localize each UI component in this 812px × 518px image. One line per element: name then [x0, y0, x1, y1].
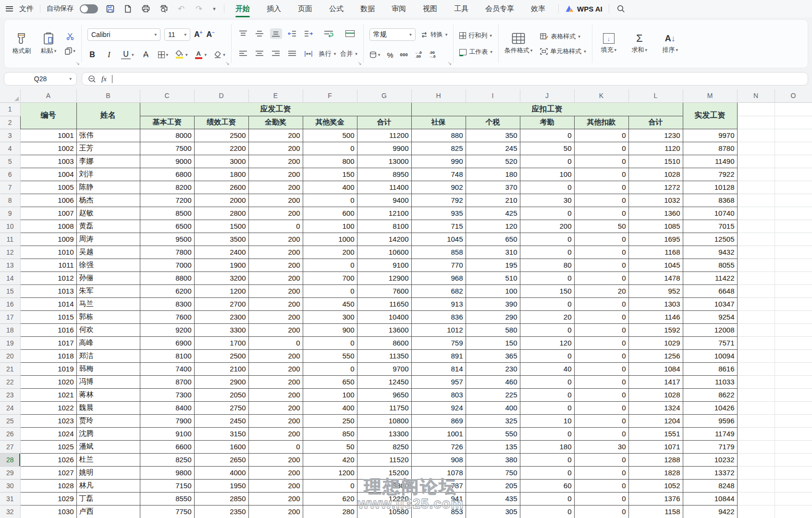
cell-H32[interactable]: 853 — [411, 505, 466, 518]
cell-M28[interactable]: 10232 — [683, 453, 737, 466]
cell-I14[interactable]: 510 — [466, 271, 520, 284]
cell-N31[interactable] — [737, 492, 775, 505]
cell-I11[interactable]: 650 — [466, 233, 520, 246]
cell-G7[interactable]: 11400 — [357, 181, 411, 194]
formula-input[interactable]: fx — [82, 72, 808, 86]
cell-N23[interactable] — [737, 388, 775, 401]
cell-A3[interactable]: 1001 — [20, 129, 76, 142]
cell-O3[interactable] — [775, 129, 812, 142]
cell-F10[interactable]: 100 — [303, 220, 357, 233]
cell-B5[interactable]: 李娜 — [76, 155, 140, 168]
cell-I3[interactable]: 350 — [466, 129, 520, 142]
align-top-button[interactable] — [237, 28, 249, 39]
cell-D15[interactable]: 1200 — [194, 284, 248, 297]
cell-D22[interactable]: 2900 — [194, 375, 248, 388]
row-header-14[interactable]: 14 — [0, 271, 20, 284]
format-painter-button[interactable]: 格式刷 — [11, 32, 32, 55]
cell-O19[interactable] — [775, 336, 812, 349]
cell-D30[interactable]: 1950 — [194, 479, 248, 492]
cell-G19[interactable]: 8600 — [357, 336, 411, 349]
row-header-10[interactable]: 10 — [0, 220, 20, 233]
cell-L21[interactable]: 1084 — [628, 362, 683, 375]
cell-F22[interactable]: 650 — [303, 375, 357, 388]
cell-N6[interactable] — [737, 168, 775, 181]
cell-E6[interactable]: 200 — [248, 168, 303, 181]
cell-M26[interactable]: 11749 — [683, 427, 737, 440]
cell-B4[interactable]: 王芳 — [76, 142, 140, 155]
cell-A17[interactable]: 1015 — [20, 310, 76, 323]
cell-N32[interactable] — [737, 505, 775, 518]
cell-C31[interactable]: 8550 — [140, 492, 194, 505]
cell-I21[interactable]: 230 — [466, 362, 520, 375]
increase-indent-button[interactable] — [303, 28, 315, 39]
cell-J26[interactable]: 0 — [520, 427, 574, 440]
cell-H4[interactable]: 825 — [411, 142, 466, 155]
cell-K27[interactable]: 30 — [574, 440, 628, 453]
column-header-L[interactable]: L — [628, 89, 683, 102]
cell-H8[interactable]: 792 — [411, 194, 466, 207]
cell-I20[interactable]: 365 — [466, 349, 520, 362]
cell-D3[interactable]: 2500 — [194, 129, 248, 142]
cell-J31[interactable]: 0 — [520, 492, 574, 505]
justify-button[interactable] — [286, 49, 298, 59]
cell-B16[interactable]: 马兰 — [76, 297, 140, 310]
row-header-8[interactable]: 8 — [0, 194, 20, 207]
cell-F19[interactable]: 0 — [303, 336, 357, 349]
table-style-button[interactable]: 表格样式▾ — [540, 32, 586, 41]
cell-J19[interactable]: 120 — [520, 336, 574, 349]
name-box[interactable]: Q28 ▾ — [4, 72, 77, 86]
cell-L28[interactable]: 1288 — [628, 453, 683, 466]
cell-I25[interactable]: 325 — [466, 414, 520, 427]
cell-N12[interactable] — [737, 246, 775, 259]
row-header-21[interactable]: 21 — [0, 362, 20, 375]
cell-N20[interactable] — [737, 349, 775, 362]
cell-A10[interactable]: 1008 — [20, 220, 76, 233]
cell-J27[interactable]: 180 — [520, 440, 574, 453]
cell-C11[interactable]: 9500 — [140, 233, 194, 246]
cell-D4[interactable]: 2200 — [194, 142, 248, 155]
cell-E28[interactable]: 200 — [248, 453, 303, 466]
cell-I12[interactable]: 310 — [466, 246, 520, 259]
strikethrough-button[interactable]: A — [141, 50, 151, 59]
cell-J29[interactable]: 0 — [520, 466, 574, 479]
clear-format-button[interactable]: ▾ — [214, 51, 225, 58]
cell-M13[interactable]: 8055 — [683, 259, 737, 271]
row-header-13[interactable]: 13 — [0, 259, 20, 271]
cell-M3[interactable]: 9970 — [683, 129, 737, 142]
cell-L16[interactable]: 1303 — [628, 297, 683, 310]
cell-F26[interactable]: 850 — [303, 427, 357, 440]
cell-A30[interactable]: 1028 — [20, 479, 76, 492]
row-header-11[interactable]: 11 — [0, 233, 20, 246]
cell-H12[interactable]: 858 — [411, 246, 466, 259]
cell-C4[interactable]: 7500 — [140, 142, 194, 155]
cell-E16[interactable]: 200 — [248, 297, 303, 310]
worksheet-button[interactable]: 工作表▾ — [459, 48, 492, 56]
print-preview-icon[interactable] — [158, 3, 169, 14]
cell-N7[interactable] — [737, 181, 775, 194]
cell-E23[interactable]: 200 — [248, 388, 303, 401]
cell-C15[interactable]: 6200 — [140, 284, 194, 297]
cell-C29[interactable]: 9800 — [140, 466, 194, 479]
row-header-3[interactable]: 3 — [0, 129, 20, 142]
cell-E17[interactable]: 200 — [248, 310, 303, 323]
cell-K14[interactable]: 0 — [574, 271, 628, 284]
cell-E15[interactable]: 200 — [248, 284, 303, 297]
cell-D5[interactable]: 3000 — [194, 155, 248, 168]
row-header-6[interactable]: 6 — [0, 168, 20, 181]
cell-A14[interactable]: 1012 — [20, 271, 76, 284]
cell-G22[interactable]: 12450 — [357, 375, 411, 388]
row-header-1[interactable]: 1 — [0, 102, 20, 116]
row-header-29[interactable]: 29 — [0, 466, 20, 479]
cell-E8[interactable]: 200 — [248, 194, 303, 207]
cell-F25[interactable]: 250 — [303, 414, 357, 427]
cell-L30[interactable]: 1052 — [628, 479, 683, 492]
column-header-F[interactable]: F — [303, 89, 357, 102]
cell-O31[interactable] — [775, 492, 812, 505]
cell-B25[interactable]: 贾玲 — [76, 414, 140, 427]
tab-data[interactable]: 数据 — [359, 1, 376, 17]
cell-C30[interactable]: 7150 — [140, 479, 194, 492]
cell-O13[interactable] — [775, 259, 812, 271]
cell-H28[interactable]: 908 — [411, 453, 466, 466]
cell-G32[interactable]: 10580 — [357, 505, 411, 518]
cell-N24[interactable] — [737, 401, 775, 414]
